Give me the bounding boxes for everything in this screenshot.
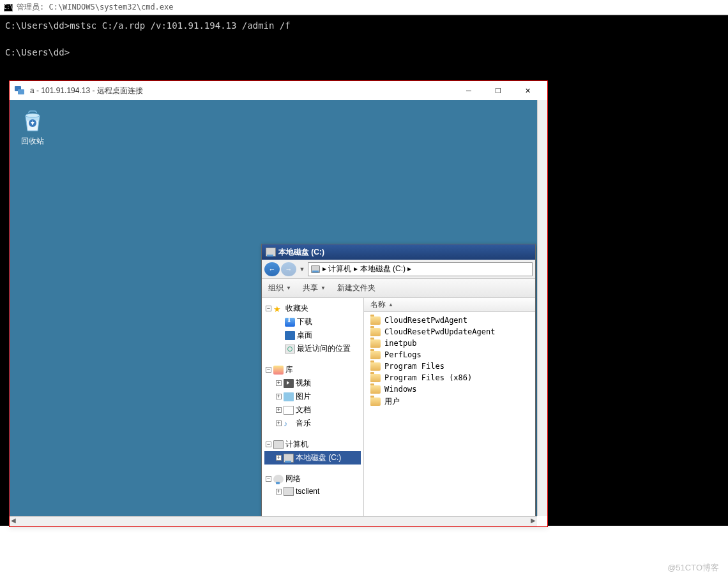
folder-icon: [370, 328, 381, 336]
maximize-button[interactable]: ☐: [483, 82, 513, 100]
folder-icon: [370, 339, 381, 348]
list-item[interactable]: Windows: [365, 383, 534, 395]
desktop-icon: [285, 331, 295, 340]
rdp-titlebar[interactable]: a - 101.91.194.13 - 远程桌面连接 ─ ☐ ✕: [10, 81, 547, 100]
list-item[interactable]: inetpub: [365, 338, 534, 349]
address-bar[interactable]: ▸ 计算机 ▸ 本地磁盘 (C:) ▸: [308, 262, 533, 276]
nav-back-button[interactable]: ←: [264, 262, 280, 276]
close-button[interactable]: ✕: [513, 82, 542, 100]
folder-icon: [370, 385, 381, 394]
collapse-icon[interactable]: −: [266, 442, 271, 447]
tree-recent[interactable]: 最近访问的位置: [264, 342, 361, 355]
video-icon: [284, 379, 294, 388]
collapse-icon[interactable]: −: [266, 476, 271, 482]
remote-desktop[interactable]: 回收站 本地磁盘 (C:) ← → ▼ ▸ 计算机 ▸ 本地磁盘 (C:) ▸ …: [10, 100, 547, 516]
address-drive-icon: [311, 265, 320, 273]
explorer-navbar: ← → ▼ ▸ 计算机 ▸ 本地磁盘 (C:) ▸: [262, 260, 535, 279]
file-name: CloudResetPwdAgent: [384, 316, 467, 325]
star-icon: ★: [273, 304, 284, 313]
tree-music[interactable]: +♪音乐: [264, 417, 361, 430]
watermark: @51CTO博客: [667, 562, 719, 574]
folder-icon: [370, 398, 381, 406]
expand-icon[interactable]: +: [276, 394, 282, 399]
list-item[interactable]: CloudResetPwdAgent: [365, 315, 534, 326]
collapse-icon[interactable]: −: [266, 306, 271, 311]
list-item[interactable]: Program Files: [365, 361, 534, 372]
download-icon: [285, 318, 295, 327]
cmd-line-1: C:\Users\dd>mstsc C:/a.rdp /v:101.91.194…: [5, 19, 723, 33]
tree-desktop[interactable]: 桌面: [264, 329, 361, 342]
expand-icon[interactable]: +: [276, 407, 282, 413]
file-name: CloudResetPwdUpdateAgent: [384, 327, 495, 336]
collapse-icon[interactable]: −: [266, 367, 271, 373]
network-icon: [273, 475, 284, 484]
tree-downloads[interactable]: 下载: [264, 315, 361, 329]
tree-docs[interactable]: +文档: [264, 403, 361, 417]
documents-icon: [284, 406, 294, 415]
list-item[interactable]: 用户: [365, 395, 534, 408]
rdp-window: a - 101.91.194.13 - 远程桌面连接 ─ ☐ ✕ 回收站: [9, 80, 548, 527]
list-item[interactable]: PerfLogs: [365, 349, 534, 361]
drive-icon: [284, 454, 294, 463]
computer-icon: [273, 440, 284, 449]
nav-history-dropdown[interactable]: ▼: [298, 266, 307, 272]
tree-tsclient[interactable]: +tsclient: [264, 486, 361, 497]
tree-library[interactable]: −库: [264, 363, 361, 376]
explorer-window: 本地磁盘 (C:) ← → ▼ ▸ 计算机 ▸ 本地磁盘 (C:) ▸ 组织▼ …: [261, 244, 536, 516]
cmd-titlebar: C:\ 管理员: C:\WINDOWS\system32\cmd.exe: [0, 0, 728, 15]
file-name: Windows: [384, 385, 417, 394]
organize-menu[interactable]: 组织▼: [268, 283, 291, 294]
tree-drive-c[interactable]: +本地磁盘 (C:): [264, 451, 361, 465]
rdp-icon: [15, 86, 25, 95]
file-list: 名称 ▲ CloudResetPwdAgentCloudResetPwdUpda…: [364, 298, 535, 516]
tsclient-icon: [284, 487, 294, 496]
list-item[interactable]: Program Files (x86): [365, 372, 534, 383]
cmd-title-text: 管理员: C:\WINDOWS\system32\cmd.exe: [17, 2, 174, 13]
tree-favorites[interactable]: −★收藏夹: [264, 302, 361, 315]
folder-tree[interactable]: −★收藏夹 下载 桌面 最近访问的位置 −库 +视频 +图片 +文档 +♪音乐 …: [262, 298, 364, 516]
expand-icon[interactable]: +: [276, 455, 282, 461]
file-name: Program Files (x86): [384, 373, 472, 382]
file-name: inetpub: [384, 339, 417, 348]
expand-icon[interactable]: +: [276, 489, 282, 494]
recent-icon: [285, 345, 295, 353]
explorer-title-text: 本地磁盘 (C:): [278, 247, 324, 258]
cmd-icon: C:\: [4, 4, 13, 11]
folder-icon: [370, 362, 381, 371]
sort-asc-icon: ▲: [388, 302, 393, 308]
column-header-name[interactable]: 名称 ▲: [364, 298, 535, 312]
folder-icon: [370, 374, 381, 382]
file-name: PerfLogs: [384, 350, 421, 359]
new-folder-button[interactable]: 新建文件夹: [337, 283, 375, 294]
explorer-toolbar: 组织▼ 共享▼ 新建文件夹: [262, 279, 535, 298]
drive-icon: [266, 248, 276, 257]
cmd-window: C:\ 管理员: C:\WINDOWS\system32\cmd.exe C:\…: [0, 0, 728, 64]
explorer-titlebar[interactable]: 本地磁盘 (C:): [262, 244, 535, 260]
expand-icon[interactable]: +: [276, 420, 282, 426]
breadcrumb-prefix: ▸ 计算机 ▸: [322, 264, 358, 274]
rdp-title-text: a - 101.91.194.13 - 远程桌面连接: [30, 86, 454, 96]
tree-computer[interactable]: −计算机: [264, 438, 361, 451]
tree-video[interactable]: +视频: [264, 376, 361, 390]
minimize-button[interactable]: ─: [454, 82, 483, 100]
library-icon: [273, 366, 284, 375]
cmd-prompt: C:\Users\dd>: [5, 46, 723, 59]
nav-forward-button[interactable]: →: [281, 262, 296, 276]
tree-pictures[interactable]: +图片: [264, 390, 361, 403]
file-name: Program Files: [384, 362, 444, 371]
recycle-bin-icon[interactable]: 回收站: [20, 108, 45, 147]
folder-icon: [370, 351, 381, 359]
share-menu[interactable]: 共享▼: [303, 283, 326, 294]
list-item[interactable]: CloudResetPwdUpdateAgent: [365, 326, 534, 338]
file-name: 用户: [384, 396, 400, 407]
pictures-icon: [284, 392, 294, 401]
recycle-bin-label: 回收站: [20, 136, 45, 147]
horizontal-scrollbar[interactable]: [10, 516, 537, 526]
breadcrumb-current: 本地磁盘 (C:) ▸: [360, 264, 412, 274]
folder-icon: [370, 316, 381, 325]
svg-point-0: [26, 114, 40, 117]
expand-icon[interactable]: +: [276, 380, 282, 386]
music-icon: ♪: [284, 419, 294, 428]
tree-network[interactable]: −网络: [264, 472, 361, 486]
vertical-scrollbar[interactable]: [537, 100, 547, 516]
